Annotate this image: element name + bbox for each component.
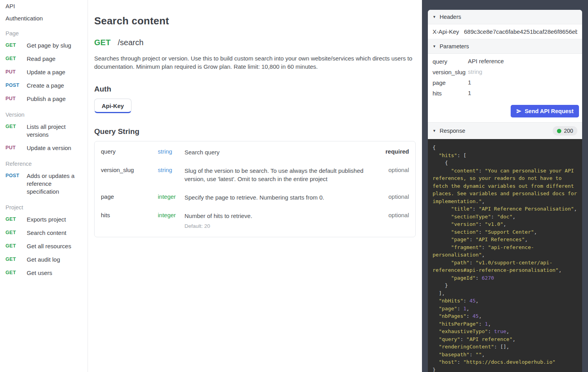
headers-section-title: Headers [440, 14, 461, 20]
chevron-down-icon: ▼ [433, 129, 436, 133]
sidebar-section-version: Version [5, 112, 84, 118]
method-badge-get: GET [5, 216, 27, 222]
query-params-table: query string Search query required versi… [94, 141, 416, 237]
param-row-hits: hits integer Number of hits to retrieve.… [95, 207, 415, 235]
param-name: hits [101, 212, 158, 230]
method-badge-put: PUT [5, 68, 27, 75]
send-button-row: Send API Request [428, 103, 582, 123]
sidebar-section-reference: Reference [5, 161, 84, 167]
parameter-value-field[interactable]: 1 [468, 90, 577, 97]
sidebar-item-create-a-page[interactable]: POST Create a page [5, 82, 84, 90]
sidebar-item-publish-a-page[interactable]: PUT Publish a page [5, 95, 84, 103]
param-row-query: query string Search query required [95, 143, 415, 161]
response-section-toggle[interactable]: ▼ Response 200 [428, 123, 582, 139]
param-description: Slug of the version to be search. To use… [184, 167, 378, 183]
sidebar-item-authentication[interactable]: Authentication [5, 15, 84, 22]
param-description-text: Number of hits to retrieve. [184, 212, 372, 220]
sidebar-item-exports-project[interactable]: GET Exports project [5, 216, 84, 224]
method-badge-get: GET [5, 55, 27, 61]
api-console-panel: ▼ Headers X-Api-Key 689c3ce8e7cac6fabe42… [422, 0, 588, 372]
method-badge-get: GET [5, 256, 27, 262]
sidebar-item-lists-all-project-versions[interactable]: GET Lists all project versions [5, 123, 84, 139]
response-section-title: Response [440, 128, 465, 134]
sidebar-item-label: Get audit log [27, 256, 60, 264]
method-badge-post: POST [5, 172, 27, 178]
parameters-section-title: Parameters [440, 43, 469, 49]
parameter-row-version-slug: version_slug string [433, 68, 577, 76]
sidebar-item-label: Get all resources [27, 242, 71, 250]
sidebar-item-label: Exports project [27, 216, 66, 224]
param-requirement: required [378, 148, 409, 156]
param-description: Specify the page to retrieve. Numbering … [184, 193, 378, 202]
send-button-label: Send API Request [525, 108, 573, 114]
method-badge-put: PUT [5, 144, 27, 150]
auth-heading: Auth [94, 85, 416, 93]
param-requirement: optional [378, 212, 409, 230]
chevron-down-icon: ▼ [433, 15, 436, 19]
header-row-x-api-key: X-Api-Key 689c3ce8e7cac6fabe4251bcaf28e6… [428, 24, 582, 39]
parameter-name: query [433, 58, 468, 65]
param-type: string [158, 148, 184, 156]
method-badge-get: GET [5, 242, 27, 249]
sidebar-item-api[interactable]: API [5, 3, 84, 9]
sidebar-item-label: Update a version [27, 144, 71, 152]
sidebar-item-label: Search content [27, 229, 66, 237]
sidebar-item-search-content[interactable]: GET Search content [5, 229, 84, 237]
sidebar-item-label: Read page [27, 55, 55, 63]
send-api-request-button[interactable]: Send API Request [511, 105, 579, 117]
chevron-down-icon: ▼ [433, 44, 436, 48]
status-code: 200 [564, 128, 573, 134]
sidebar-section-project: Project [5, 204, 84, 211]
header-name: X-Api-Key [433, 28, 464, 35]
param-type: integer [158, 193, 184, 202]
param-name: query [101, 148, 158, 156]
page-title: Search content [94, 15, 416, 27]
param-default-value: Default: 20 [184, 222, 372, 230]
parameter-name: version_slug [433, 69, 468, 75]
status-badge: 200 [553, 126, 577, 136]
status-ok-dot-icon [557, 129, 561, 133]
parameter-row-hits: hits 1 [433, 90, 577, 97]
query-string-heading: Query String [94, 127, 416, 136]
parameters-section-toggle[interactable]: ▼ Parameters [428, 39, 582, 54]
api-console-card: ▼ Headers X-Api-Key 689c3ce8e7cac6fabe42… [428, 10, 582, 372]
parameters-body: query API reference version_slug string … [428, 54, 582, 103]
param-row-page: page integer Specify the page to retriev… [95, 188, 415, 207]
endpoint-method: GET [94, 38, 111, 47]
sidebar-item-read-page[interactable]: GET Read page [5, 55, 84, 63]
endpoint-line: GET /search [94, 38, 416, 47]
sidebar-item-get-page-by-slug[interactable]: GET Get page by slug [5, 42, 84, 49]
sidebar-item-label: Publish a page [27, 95, 66, 103]
param-row-version-slug: version_slug string Slug of the version … [95, 161, 415, 188]
sidebar-item-get-users[interactable]: GET Get users [5, 269, 84, 277]
sidebar-item-adds-or-updates-reference-spec[interactable]: POST Adds or updates a reference specifi… [5, 172, 84, 196]
method-badge-get: GET [5, 42, 27, 48]
sidebar-item-get-audit-log[interactable]: GET Get audit log [5, 256, 84, 264]
sidebar-item-update-a-page[interactable]: PUT Update a page [5, 68, 84, 76]
method-badge-get: GET [5, 229, 27, 235]
method-badge-post: POST [5, 82, 27, 88]
auth-tab-api-key[interactable]: Api-Key [94, 99, 131, 113]
main-content: Search content GET /search Searches thro… [88, 0, 422, 372]
parameter-value-field[interactable]: API reference [468, 58, 577, 65]
parameter-value-field[interactable]: 1 [468, 79, 577, 86]
parameter-value-field[interactable]: string [468, 68, 577, 76]
endpoint-description: Searches through project or version. Use… [94, 54, 416, 71]
header-value-field[interactable]: 689c3ce8e7cac6fabe4251bcaf28e6f8656eb79 [464, 28, 577, 35]
method-badge-get: GET [5, 269, 27, 275]
sidebar-item-label: Get page by slug [27, 42, 71, 49]
param-type: string [158, 167, 184, 183]
endpoint-path: /search [118, 38, 144, 47]
sidebar-item-label: Get users [27, 269, 52, 277]
parameter-name: hits [433, 90, 468, 97]
param-requirement: optional [378, 193, 409, 202]
parameter-row-query: query API reference [433, 58, 577, 65]
app: API Authentication Page GET Get page by … [0, 0, 588, 372]
sidebar-section-page: Page [5, 30, 84, 37]
sidebar-item-update-a-version[interactable]: PUT Update a version [5, 144, 84, 152]
param-name: version_slug [101, 167, 158, 183]
param-type: integer [158, 212, 184, 230]
sidebar-item-get-all-resources[interactable]: GET Get all resources [5, 242, 84, 250]
headers-section-toggle[interactable]: ▼ Headers [428, 10, 582, 24]
paper-plane-icon [516, 108, 522, 114]
